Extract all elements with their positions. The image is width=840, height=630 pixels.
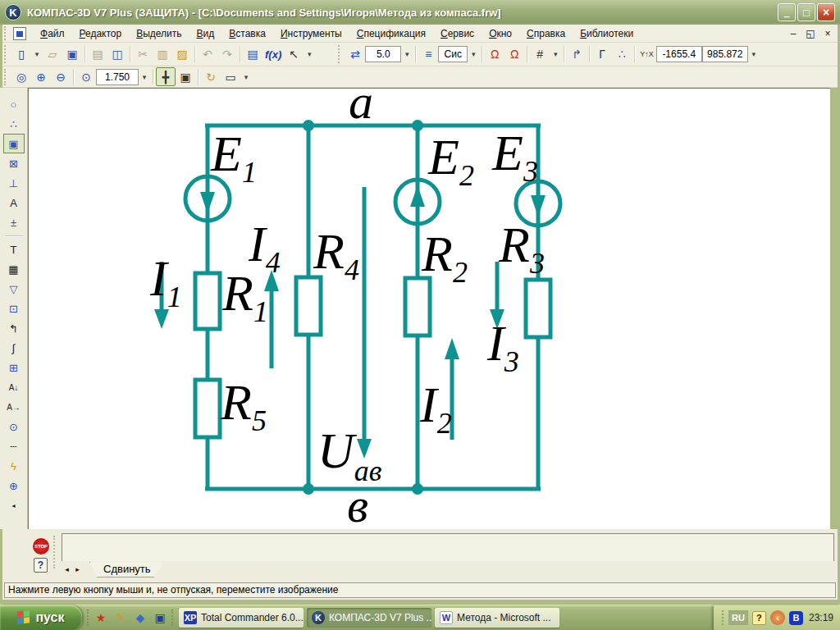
taskbar-clock[interactable]: 23:19 <box>809 612 833 623</box>
label-I2[interactable]: I2 <box>419 377 452 440</box>
zoom-dropdown[interactable]: ▾ <box>139 67 150 86</box>
junction-dot[interactable] <box>412 120 423 131</box>
redo-button[interactable]: ↷ <box>217 45 237 64</box>
zoom-out-button[interactable]: ⊖ <box>51 67 71 86</box>
measure-tool-icon[interactable]: A <box>3 193 25 212</box>
bluetooth-tray-icon[interactable]: B <box>789 611 803 625</box>
quick-launch-grip[interactable] <box>171 609 174 626</box>
local-axes-button[interactable]: ↱ <box>567 45 587 64</box>
taskbar-button-kompas[interactable]: K КОМПАС-3D V7 Plus ... <box>307 608 431 628</box>
resistor-R3[interactable] <box>526 280 550 337</box>
fit-all-button[interactable]: ▣ <box>176 67 195 86</box>
leader-tool-icon[interactable]: ↰ <box>3 318 25 338</box>
junction-dot[interactable] <box>303 483 314 495</box>
label-Uab[interactable]: Uав <box>317 422 381 487</box>
grid-dropdown[interactable]: ▾ <box>550 45 561 64</box>
tab-prev-button[interactable]: ◂ <box>62 564 72 575</box>
roughness-tool-icon[interactable]: ∫ <box>3 338 25 358</box>
copy-button[interactable]: ▥ <box>153 45 172 64</box>
center-marker-tool-icon[interactable]: ⊕ <box>3 476 25 495</box>
panel-grip[interactable] <box>53 536 57 568</box>
layout-dropdown[interactable]: ▾ <box>240 67 252 86</box>
maximize-button[interactable]: □ <box>797 3 815 21</box>
parameterization-tool-icon[interactable]: ▣ <box>3 134 25 153</box>
menu-file[interactable]: Файл <box>33 25 72 42</box>
mouse-tool-icon[interactable]: ⊙ <box>3 417 25 436</box>
zoom-in-button[interactable]: ⊕ <box>31 67 51 86</box>
toolbar-grip[interactable] <box>4 26 8 40</box>
drawing-canvas[interactable]: a в E1 E2 E3 I1 I4 R4 R1 R2 R3 R5 I2 I3 … <box>28 88 830 529</box>
node-label-a[interactable]: a <box>349 89 373 129</box>
messenger-tray-icon[interactable]: ? <box>752 611 766 625</box>
variables-button[interactable]: ▤ <box>243 45 262 64</box>
table-tool-icon[interactable]: ▦ <box>3 259 25 279</box>
perpendicular-tool-icon[interactable]: ⊥ <box>3 173 25 193</box>
minimize-button[interactable]: – <box>778 3 796 21</box>
coords-dropdown[interactable]: ▾ <box>748 45 760 64</box>
label-R1[interactable]: R1 <box>221 265 268 328</box>
resistor-R4[interactable] <box>296 277 321 335</box>
menu-specification[interactable]: Спецификация <box>349 25 433 42</box>
geometry-tool-icon[interactable]: ○ <box>3 94 25 114</box>
close-button[interactable]: × <box>817 3 835 21</box>
launcher-pen-icon[interactable]: ✎ <box>112 609 129 626</box>
mdi-restore-button[interactable]: ◱ <box>803 27 818 40</box>
toolbar-grip[interactable] <box>338 45 342 63</box>
layout-button[interactable]: ▭ <box>221 67 240 86</box>
menu-select[interactable]: Выделить <box>129 25 189 42</box>
save-button[interactable]: ▣ <box>62 45 82 64</box>
layers-button[interactable]: ≡ <box>418 45 438 64</box>
layer-value-field[interactable]: Сис <box>438 46 468 62</box>
resistor-R2[interactable] <box>405 278 430 336</box>
grid-button[interactable]: # <box>530 45 550 64</box>
label-I1[interactable]: I1 <box>149 250 182 313</box>
toolbar-grip[interactable] <box>4 45 8 63</box>
interrupt-command-button[interactable]: STOP <box>33 538 49 555</box>
coord-x-field[interactable]: -1655.4 <box>656 46 702 62</box>
junction-dot[interactable] <box>412 483 423 495</box>
start-button[interactable]: пуск <box>0 605 82 630</box>
layer-dropdown[interactable]: ▾ <box>468 45 479 64</box>
collapse-arrow-icon[interactable]: ◂ <box>3 495 25 515</box>
launcher-red-icon[interactable]: ★ <box>93 609 109 626</box>
help-dropdown[interactable]: ▾ <box>304 45 315 64</box>
label-R4[interactable]: R4 <box>313 223 359 286</box>
centerline-tool-icon[interactable]: ┄ <box>3 436 25 456</box>
snap-toggle-button[interactable]: Ω <box>504 45 524 64</box>
dimension-tool-icon[interactable]: ⊞ <box>3 358 25 377</box>
taskbar-button-total-commander[interactable]: XP Total Commander 6.0... <box>179 608 304 628</box>
menu-help[interactable]: Справка <box>519 25 573 42</box>
menu-editor[interactable]: Редактор <box>72 25 130 42</box>
coord-y-field[interactable]: 985.872 <box>702 46 748 62</box>
document-icon[interactable] <box>13 27 26 40</box>
lightning-tool-icon[interactable]: ϟ <box>3 456 25 476</box>
zoom-window-button[interactable]: ◎ <box>11 67 31 86</box>
label-E1[interactable]: E1 <box>210 126 257 189</box>
hide-icons-button[interactable]: ‹ <box>770 610 785 625</box>
snap-settings-button[interactable]: Ω <box>485 45 504 64</box>
voltage-arrow-Uab[interactable] <box>357 187 372 459</box>
text-down-tool-icon[interactable]: A↓ <box>3 377 25 397</box>
zoom-value-field[interactable]: 1.750 <box>96 69 139 85</box>
launcher-shield-icon[interactable]: ◆ <box>132 609 148 626</box>
tab-move[interactable]: Сдвинуть <box>89 562 165 578</box>
paste-button[interactable]: ▨ <box>172 45 192 64</box>
menu-service[interactable]: Сервис <box>433 25 482 42</box>
print-preview-button[interactable]: ◫ <box>107 45 127 64</box>
text-right-tool-icon[interactable]: A→ <box>3 397 25 417</box>
text-tool-icon[interactable]: T <box>3 240 25 259</box>
quick-launch-grip[interactable] <box>87 609 89 626</box>
edit-tool-icon[interactable]: ⊠ <box>3 153 25 173</box>
label-E2[interactable]: E2 <box>427 129 474 192</box>
label-R5[interactable]: R5 <box>220 374 267 437</box>
ortho-button[interactable]: Γ <box>592 45 612 64</box>
menu-view[interactable]: Вид <box>189 25 222 42</box>
step-dropdown[interactable]: ▾ <box>401 45 413 64</box>
label-R2[interactable]: R2 <box>421 226 468 289</box>
junction-dot[interactable] <box>303 120 314 131</box>
cut-button[interactable]: ✂ <box>133 45 153 64</box>
zoom-scale-button[interactable]: ⊙ <box>76 67 96 86</box>
tab-next-button[interactable]: ▸ <box>72 564 83 575</box>
resistor-R1[interactable] <box>195 273 220 329</box>
tolerance-tool-icon[interactable]: ▽ <box>3 279 25 299</box>
